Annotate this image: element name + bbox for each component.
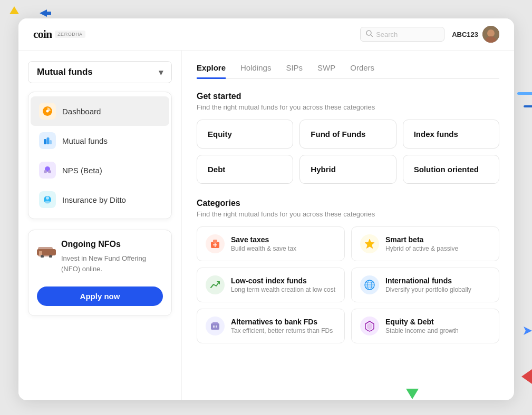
smart-beta-icon xyxy=(360,234,379,253)
alternatives-fd-text: Alternatives to bank FDs Tax efficient, … xyxy=(231,318,333,334)
search-box[interactable]: Search xyxy=(360,27,444,42)
smart-beta-desc: Hybrid of active & passive xyxy=(385,245,458,252)
svg-point-7 xyxy=(487,29,495,37)
svg-marker-0 xyxy=(40,9,51,17)
svg-rect-36 xyxy=(212,322,218,324)
svg-rect-37 xyxy=(213,325,215,328)
get-started-subtitle: Find the right mutual funds for you acro… xyxy=(197,103,499,111)
logo-area: coin ZERODHA xyxy=(33,27,85,41)
svg-rect-38 xyxy=(216,325,217,328)
zerodha-badge: ZERODHA xyxy=(55,31,85,38)
low-cost-index-title: Low-cost index funds xyxy=(231,276,335,285)
nav-panel: Dashboard Mutual funds NPS (Beta) xyxy=(28,92,172,219)
category-equity-debt[interactable]: Equity & Debt Stable income and growth xyxy=(351,309,499,343)
svg-rect-22 xyxy=(39,251,42,255)
sidebar-item-dashboard[interactable]: Dashboard xyxy=(31,96,169,126)
fund-card-hybrid[interactable]: Hybrid xyxy=(299,155,396,184)
save-taxes-icon xyxy=(206,234,225,253)
svg-rect-13 xyxy=(50,140,52,144)
save-taxes-desc: Build wealth & save tax xyxy=(231,245,296,252)
tabs: Explore Holdings SIPs SWP Orders xyxy=(197,63,499,79)
categories-title: Categories xyxy=(197,199,499,208)
save-taxes-text: Save taxes Build wealth & save tax xyxy=(231,235,296,252)
svg-marker-1 xyxy=(524,327,532,335)
body: Mutual funds ▾ Dashboard Mutual funds xyxy=(18,51,514,400)
fund-card-solution-oriented[interactable]: Solution oriented xyxy=(403,155,499,184)
mutual-funds-dropdown[interactable]: Mutual funds ▾ xyxy=(28,61,172,83)
nps-icon xyxy=(39,162,56,179)
sidebar-item-label-dashboard: Dashboard xyxy=(62,107,101,116)
main-content: Explore Holdings SIPs SWP Orders Get sta… xyxy=(182,51,514,400)
insurance-icon xyxy=(39,191,56,208)
save-taxes-title: Save taxes xyxy=(231,235,296,244)
sidebar: Mutual funds ▾ Dashboard Mutual funds xyxy=(18,51,182,400)
sidebar-item-nps[interactable]: NPS (Beta) xyxy=(31,155,169,185)
svg-rect-11 xyxy=(44,139,46,144)
low-cost-index-desc: Long term wealth creation at low cost xyxy=(231,286,335,293)
blue-bar-1 xyxy=(517,92,532,95)
tab-orders[interactable]: Orders xyxy=(350,63,374,79)
low-cost-index-icon xyxy=(206,275,225,294)
svg-rect-12 xyxy=(47,137,50,144)
apply-now-button[interactable]: Apply now xyxy=(37,286,163,306)
svg-marker-29 xyxy=(365,239,374,249)
tab-explore[interactable]: Explore xyxy=(197,63,226,79)
top-blue-arrow-icon xyxy=(40,9,51,19)
sidebar-item-label-nps: NPS (Beta) xyxy=(62,166,102,175)
search-input[interactable]: Search xyxy=(376,31,439,38)
category-alternatives-fd[interactable]: Alternatives to bank FDs Tax efficient, … xyxy=(197,309,345,343)
chevron-down-icon: ▾ xyxy=(159,67,163,77)
nfo-card: Ongoing NFOs Invest in New Fund Offering… xyxy=(28,230,172,316)
categories-subtitle: Find the right mutual funds for you acro… xyxy=(197,210,499,218)
svg-marker-2 xyxy=(521,369,532,384)
dropdown-label: Mutual funds xyxy=(37,67,93,77)
fund-card-fund-of-funds[interactable]: Fund of Funds xyxy=(299,120,396,149)
category-save-taxes[interactable]: Save taxes Build wealth & save tax xyxy=(197,226,345,261)
main-card: coin ZERODHA Search ABC123 Mutual funds xyxy=(18,18,514,400)
svg-point-16 xyxy=(48,170,51,173)
nfo-description: Invest in New Fund Offering (NFO) online… xyxy=(61,253,163,274)
equity-debt-icon xyxy=(360,317,379,335)
equity-debt-desc: Stable income and growth xyxy=(385,327,459,334)
header: coin ZERODHA Search ABC123 xyxy=(18,18,514,51)
smart-beta-title: Smart beta xyxy=(385,235,458,244)
alternatives-fd-icon xyxy=(206,317,225,335)
logo-text: coin xyxy=(33,27,52,41)
fund-card-equity[interactable]: Equity xyxy=(197,120,293,149)
equity-debt-title: Equity & Debt xyxy=(385,318,459,326)
alternatives-fd-title: Alternatives to bank FDs xyxy=(231,318,333,326)
top-left-triangle-icon xyxy=(9,6,19,14)
right-blue-arrow-icon xyxy=(524,327,532,337)
sidebar-item-mutual-funds[interactable]: Mutual funds xyxy=(31,126,169,155)
tab-swp[interactable]: SWP xyxy=(317,63,335,79)
equity-debt-text: Equity & Debt Stable income and growth xyxy=(385,318,459,334)
fund-card-index-funds[interactable]: Index funds xyxy=(403,120,499,149)
nfo-title: Ongoing NFOs xyxy=(61,240,163,249)
international-text: International funds Diversify your portf… xyxy=(385,276,471,293)
sidebar-item-insurance[interactable]: Insurance by Ditto xyxy=(31,185,169,214)
international-title: International funds xyxy=(385,276,471,285)
get-started-title: Get started xyxy=(197,92,499,101)
category-low-cost-index[interactable]: Low-cost index funds Long term wealth cr… xyxy=(197,268,345,302)
tab-sips[interactable]: SIPs xyxy=(286,63,303,79)
fund-card-debt[interactable]: Debt xyxy=(197,155,293,184)
category-international[interactable]: International funds Diversify your portf… xyxy=(351,268,499,302)
bottom-green-triangle-icon xyxy=(406,389,419,401)
user-id: ABC123 xyxy=(452,31,478,38)
svg-point-15 xyxy=(44,170,47,173)
sidebar-item-label-mutual-funds: Mutual funds xyxy=(62,136,108,145)
categories-grid: Save taxes Build wealth & save tax Smart… xyxy=(197,226,499,343)
search-icon xyxy=(366,30,373,38)
mutual-funds-icon xyxy=(39,132,56,149)
nfo-icon xyxy=(37,241,56,261)
header-right: Search ABC123 xyxy=(360,26,499,43)
tab-holdings[interactable]: Holdings xyxy=(240,63,271,79)
avatar xyxy=(482,26,499,43)
user-info: ABC123 xyxy=(452,26,499,43)
right-red-triangle-icon xyxy=(521,369,532,386)
blue-bar-2 xyxy=(524,105,532,107)
international-icon xyxy=(360,275,379,294)
fund-type-grid: Equity Fund of Funds Index funds Debt Hy… xyxy=(197,120,499,184)
category-smart-beta[interactable]: Smart beta Hybrid of active & passive xyxy=(351,226,499,261)
alternatives-fd-desc: Tax efficient, better returns than FDs xyxy=(231,327,333,334)
